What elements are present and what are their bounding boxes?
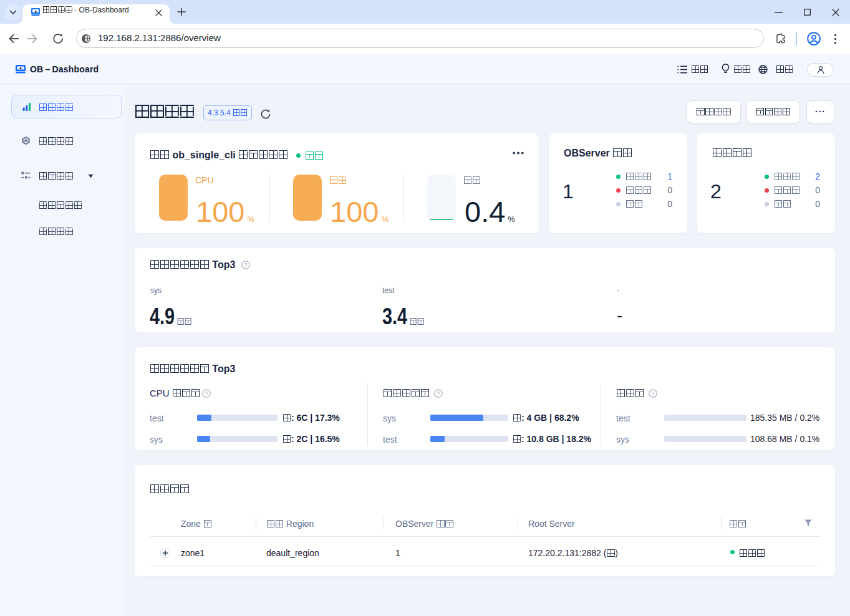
svg-text:?: ? [205,390,208,397]
svg-text:?: ? [244,262,248,268]
svg-text:?: ? [652,390,655,397]
svg-text:?: ? [437,390,440,397]
